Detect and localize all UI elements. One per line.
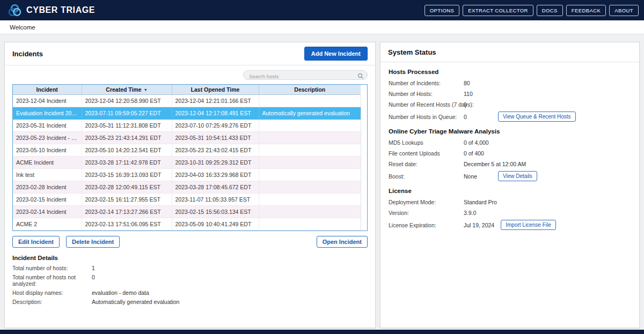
detail-row: Description:Automatically generated eval… [12,299,368,305]
feedback-button[interactable]: FEEDBACK [566,5,606,16]
edit-incident-button[interactable]: Edit Incident [12,236,60,248]
status-section-hosts-processed: Hosts ProcessedNumber of Incidents:80Num… [389,69,631,122]
tab-welcome[interactable]: Welcome [10,24,35,31]
extract-collector-button[interactable]: EXTRACT COLLECTOR [463,5,533,16]
status-value: 110 [464,91,492,97]
cell-created: 2023-02-13 17:51:06.095 EST [82,218,172,230]
cell-description: Automatically generated evaluation [259,107,361,119]
footer-bar [0,330,644,334]
column-header-created-time[interactable]: Created Time▼ [82,85,172,94]
detail-label: Description: [12,299,92,305]
system-status-body: Hosts ProcessedNumber of Incidents:80Num… [380,62,639,240]
table-row[interactable]: 2023-05-31 Incident2023-05-31 11:12:31.8… [13,119,361,131]
search-box [243,70,368,80]
status-row: License Expiration:Jul 19, 2024Import Li… [389,220,631,230]
table-scrollbar[interactable] [361,95,367,231]
detail-label: Host display names: [12,290,92,296]
cell-opened: 2023-02-15 15:56:03.134 EST [172,205,259,218]
table-row[interactable]: Evaluation Incident 2023-07-112023-07-11… [13,107,361,119]
table-row[interactable]: ACME Incident2023-03-28 17:11:42.978 EDT… [13,156,361,168]
table-row[interactable]: Ink test2023-03-15 16:39:13.093 EDT2023-… [13,168,361,181]
column-header-last-opened-time[interactable]: Last Opened Time [172,85,259,94]
status-row: Version:3.9.0 [389,209,631,217]
cell-description [259,131,361,144]
status-label: Number of Recent Hosts (7 days): [389,101,464,108]
cell-opened: 2023-10-31 09:25:29.312 EDT [172,156,259,168]
status-section-heading: Online Cyber Triage Malware Analysis [389,128,631,135]
cell-description [259,94,361,107]
status-value: 3.9.0 [464,210,492,216]
status-value: December 5 at 12:00 AM [464,161,526,167]
status-row: File content Uploads0 of 400 [389,150,631,157]
table-row[interactable]: 2023-02-14 Incident2023-02-14 17:13:27.2… [13,205,361,218]
add-new-incident-button[interactable]: Add New Incident [304,47,368,61]
status-row: Number of Hosts:110 [389,90,631,98]
incident-table: IncidentCreated Time▼Last Opened TimeDes… [12,84,368,231]
column-header-incident[interactable]: Incident [13,85,82,94]
view-details-button[interactable]: View Details [498,171,537,181]
cell-opened: 2023-05-31 10:54:11.433 EDT [172,131,259,144]
status-label: Number of Hosts in Queue: [389,114,464,120]
tab-bar: Welcome [0,20,644,34]
status-row: Number of Hosts in Queue:0View Queue & R… [389,112,631,122]
cell-incident: 2023-12-04 Incident [13,94,82,107]
status-value: 0 [464,101,492,108]
delete-incident-button[interactable]: Delete Incident [66,236,120,248]
cell-created: 2023-02-15 16:11:27.955 EST [82,193,172,205]
detail-value: Automatically generated evaluation [92,299,179,305]
detail-label: Total number of hosts not analyzed: [12,274,92,287]
detail-value: evaluation - demo data [92,290,149,296]
detail-value: 0 [92,274,95,280]
cell-incident: ACME Incident [13,156,82,168]
cell-created: 2023-02-28 12:00:49.115 EST [82,181,172,193]
table-row[interactable]: 2023-02-15 Incident2023-02-15 16:11:27.9… [13,193,361,205]
status-label: Version: [389,210,464,216]
system-status-title: System Status [388,48,436,56]
table-row[interactable]: 2023-12-04 Incident2023-12-04 12:20:58.9… [13,94,361,107]
about-button[interactable]: ABOUT [609,5,639,16]
cell-description [259,193,361,205]
cell-description [259,181,361,193]
table-row[interactable]: 2023-02-28 Incident2023-02-28 12:00:49.1… [13,181,361,193]
table-row[interactable]: 2023-05-23 Incident - Logins2023-05-23 2… [13,131,361,144]
docs-button[interactable]: DOCS [537,5,563,16]
status-value: 0 of 4,000 [464,139,492,146]
cell-opened: 2023-12-04 12:21:01.166 EST [172,94,259,107]
cell-created: 2023-03-28 17:11:42.978 EDT [82,156,172,168]
import-license-file-button[interactable]: Import License File [501,220,555,230]
detail-row: Total number of hosts:1 [12,265,368,271]
cell-description [259,218,361,230]
cell-opened: 2023-05-09 10:40:41.249 EDT [172,218,259,230]
main-content: Incidents Add New Incident IncidentCrea [0,34,644,328]
table-row[interactable]: 2023-05-10 Incident2023-05-10 14:20:12.5… [13,144,361,156]
status-row: Boost:NoneView Details [389,171,631,181]
status-label: Reset date: [389,161,464,167]
detail-label: Total number of hosts: [12,265,92,271]
incident-details-title: Incident Details [12,255,368,261]
system-status-panel: System Status Hosts ProcessedNumber of I… [380,42,640,328]
open-incident-button[interactable]: Open Incident [317,236,368,248]
cell-created: 2023-05-23 21:43:14.291 EDT [82,131,172,144]
cell-incident: 2023-02-14 Incident [13,205,82,218]
table-row[interactable]: ACME 22023-02-13 17:51:06.095 EST2023-05… [13,218,361,230]
view-queue-recent-hosts-button[interactable]: View Queue & Recent Hosts [498,112,576,122]
search-input[interactable] [244,72,367,81]
detail-row: Total number of hosts not analyzed:0 [12,274,368,287]
cell-opened: 2023-07-10 07:25:49.276 EDT [172,119,259,131]
status-value: Standard Pro [464,199,497,205]
detail-value: 1 [92,265,95,271]
cell-incident: 2023-02-15 Incident [13,193,82,205]
cell-incident: ACME 2 [13,218,82,230]
cell-created: 2023-05-10 14:20:12.541 EDT [82,144,172,156]
status-row: MD5 Lookups0 of 4,000 [389,139,631,146]
cell-created: 2023-12-04 12:20:58.990 EST [82,94,172,107]
column-header-description[interactable]: Description [259,85,361,94]
status-section-online-cyber-triage-malware-analysis: Online Cyber Triage Malware AnalysisMD5 … [389,128,631,181]
search-icon [357,72,364,78]
options-button[interactable]: OPTIONS [425,5,460,16]
cell-opened: 2023-04-03 16:33:29.968 EDT [172,168,259,181]
status-row: Deployment Mode:Standard Pro [389,198,631,206]
status-label: Boost: [389,173,464,180]
cell-incident: 2023-02-28 Incident [13,181,82,193]
status-value: None [464,173,492,180]
